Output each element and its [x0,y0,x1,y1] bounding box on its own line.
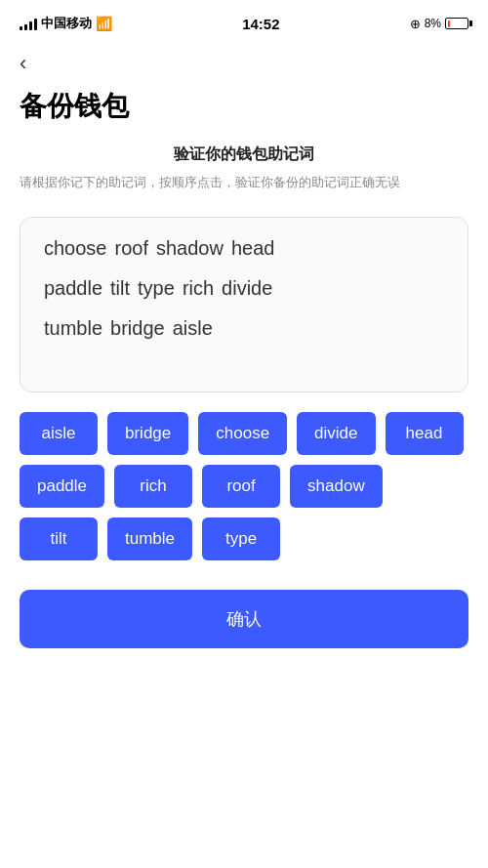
subtitle-description: 请根据你记下的助记词，按顺序点击，验证你备份的助记词正确无误 [20,173,468,193]
pool-word-head: head [231,237,275,260]
battery-percent: 8% [425,17,441,30]
wifi-icon: 📶 [96,16,112,31]
pool-word-paddle: paddle [44,277,102,300]
pool-word-shadow: shadow [156,237,224,260]
word-pool-row-1: choose roof shadow head [44,237,444,260]
word-pool-row-2: paddle tilt type rich divide [44,277,444,300]
word-button-type[interactable]: type [202,517,280,560]
pool-word-roof: roof [115,237,148,260]
pool-word-rich: rich [183,277,214,300]
word-pool-box: choose roof shadow head paddle tilt type… [20,217,468,393]
pool-word-bridge: bridge [110,317,165,340]
status-bar: 中国移动 📶 14:52 ⊕ 8% [0,0,488,43]
pool-word-tilt: tilt [110,277,130,300]
pool-word-aisle: aisle [173,317,213,340]
battery-icon [445,18,468,29]
word-button-choose[interactable]: choose [198,412,287,455]
status-time: 14:52 [242,16,279,32]
carrier-label: 中国移动 [41,15,92,32]
battery-area: ⊕ 8% [410,17,468,31]
subtitle-section: 验证你的钱包助记词 请根据你记下的助记词，按顺序点击，验证你备份的助记词正确无误 [0,145,488,205]
confirm-button[interactable]: 确认 [20,590,468,648]
word-pool-row-3: tumble bridge aisle [44,317,444,340]
pool-word-divide: divide [222,277,272,300]
confirm-section: 确认 [0,580,488,678]
word-button-bridge[interactable]: bridge [107,412,188,455]
back-arrow-icon: ‹ [20,51,26,75]
word-button-rich[interactable]: rich [114,465,192,508]
pool-word-tumble: tumble [44,317,102,340]
word-button-roof[interactable]: roof [202,465,280,508]
word-button-aisle[interactable]: aisle [20,412,98,455]
carrier-signal: 中国移动 📶 [20,15,112,32]
word-button-divide[interactable]: divide [297,412,375,455]
word-button-tumble[interactable]: tumble [107,517,192,560]
satellite-icon: ⊕ [410,17,421,31]
signal-icon [20,17,37,30]
page-title: 备份钱包 [0,80,488,145]
word-button-tilt[interactable]: tilt [20,517,98,560]
selectable-words-section: aisle bridge choose divide head paddle r… [0,412,488,580]
word-button-paddle[interactable]: paddle [20,465,104,508]
word-button-head[interactable]: head [386,412,464,455]
pool-word-type: type [138,277,175,300]
word-button-shadow[interactable]: shadow [290,465,383,508]
subtitle-main: 验证你的钱包助记词 [20,145,468,165]
pool-word-choose: choose [44,237,107,260]
back-button[interactable]: ‹ [0,43,488,80]
